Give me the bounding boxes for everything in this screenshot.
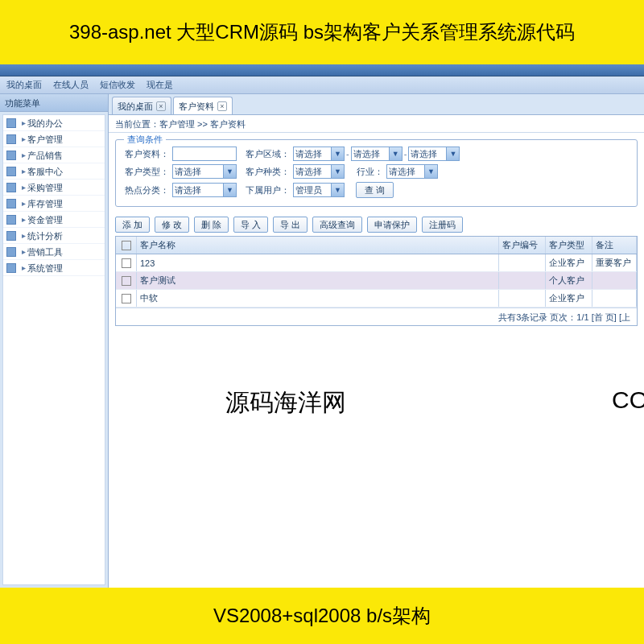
table-row[interactable]: 中软 企业客户 — [116, 290, 637, 308]
chevron-down-icon: ▼ — [389, 147, 402, 160]
chevron-right-icon: ▸ — [19, 115, 27, 131]
select-industry[interactable]: 请选择▼ — [386, 164, 438, 179]
row-checkbox[interactable] — [122, 294, 131, 303]
row-checkbox[interactable] — [122, 276, 131, 286]
input-customer-info[interactable] — [172, 147, 237, 161]
export-button[interactable]: 导 出 — [273, 217, 308, 233]
folder-icon — [6, 263, 16, 273]
select-kind[interactable]: 请选择▼ — [293, 164, 345, 179]
cell-name: 中软 — [137, 290, 499, 307]
label-industry: 行业： — [351, 166, 383, 178]
sidebar-item-purchase[interactable]: ▸采购管理 — [3, 180, 105, 196]
delete-button[interactable]: 删 除 — [194, 217, 229, 233]
chevron-down-icon: ▼ — [223, 184, 236, 196]
folder-icon — [6, 118, 16, 128]
toolbar-desktop[interactable]: 我的桌面 — [6, 79, 42, 91]
cell-remark — [592, 272, 637, 289]
col-name[interactable]: 客户名称 — [137, 237, 499, 254]
chevron-right-icon: ▸ — [19, 260, 27, 276]
cell-type: 企业客户 — [546, 254, 592, 271]
folder-icon — [6, 183, 16, 192]
select-sub[interactable]: 管理员▼ — [293, 183, 345, 197]
sidebar-item-stats[interactable]: ▸统计分析 — [3, 228, 105, 244]
chevron-right-icon: ▸ — [19, 228, 27, 244]
pager[interactable]: 共有3条记录 页次：1/1 [首 页] [上 — [116, 308, 637, 325]
sidebar-item-funds[interactable]: ▸资金管理 — [3, 212, 105, 228]
edit-button[interactable]: 修 改 — [155, 217, 189, 233]
query-button[interactable]: 查 询 — [356, 182, 394, 198]
cell-type: 个人客户 — [546, 272, 592, 289]
table-row[interactable]: 客户测试 个人客户 — [116, 272, 637, 290]
sidebar-item-sales[interactable]: ▸产品销售 — [3, 147, 105, 163]
cell-remark — [592, 290, 637, 307]
protect-button[interactable]: 申请保护 — [367, 217, 417, 233]
select-region-1[interactable]: 请选择▼ — [293, 147, 345, 161]
chevron-down-icon: ▼ — [424, 165, 437, 178]
close-icon[interactable]: × — [156, 101, 166, 111]
toolbar-online[interactable]: 在线人员 — [53, 79, 89, 91]
col-remark[interactable]: 备注 — [592, 237, 637, 254]
folder-icon — [6, 134, 16, 144]
cell-id — [499, 290, 546, 307]
toolbar-sms[interactable]: 短信收发 — [100, 79, 135, 91]
sidebar-item-label: 统计分析 — [27, 228, 63, 244]
folder-icon — [6, 247, 16, 257]
label-region: 客户区域： — [243, 148, 290, 160]
sidebar-item-label: 产品销售 — [27, 147, 63, 163]
app-frame: 我的桌面 在线人员 短信收发 现在是 功能菜单 ▸我的办公 ▸客户管理 ▸产品销… — [0, 64, 644, 588]
advanced-query-button[interactable]: 高级查询 — [312, 217, 362, 233]
select-type[interactable]: 请选择▼ — [172, 164, 237, 179]
tab-label: 我的桌面 — [118, 97, 153, 115]
select-region-3[interactable]: 请选择▼ — [408, 147, 460, 161]
sidebar-item-label: 我的办公 — [27, 115, 63, 131]
label-kind: 客户种类： — [243, 166, 290, 178]
chevron-right-icon: ▸ — [19, 131, 27, 147]
close-icon[interactable]: × — [217, 101, 227, 111]
sidebar-item-system[interactable]: ▸系统管理 — [3, 260, 105, 276]
sidebar-item-label: 客户管理 — [27, 131, 63, 147]
sidebar-item-marketing[interactable]: ▸营销工具 — [3, 244, 105, 260]
table-row[interactable]: 123 企业客户 重要客户 — [116, 254, 637, 272]
bottom-banner: VS2008+sql2008 b/s架构 — [0, 588, 644, 644]
folder-icon — [6, 199, 16, 208]
select-region-2[interactable]: 请选择▼ — [351, 147, 402, 161]
label-customer-info: 客户资料： — [122, 148, 169, 160]
sidebar-item-label: 采购管理 — [27, 180, 63, 196]
tab-desktop[interactable]: 我的桌面× — [112, 97, 171, 114]
label-sub: 下属用户： — [243, 184, 290, 196]
chevron-down-icon: ▼ — [331, 165, 344, 178]
add-button[interactable]: 添 加 — [115, 217, 150, 233]
sidebar-item-stock[interactable]: ▸库存管理 — [3, 196, 105, 212]
select-hot[interactable]: 请选择▼ — [172, 183, 237, 197]
label-hot: 热点分类： — [122, 184, 169, 196]
chevron-right-icon: ▸ — [19, 180, 27, 196]
action-toolbar: 添 加 修 改 删 除 导 入 导 出 高级查询 申请保护 注册码 — [115, 217, 638, 233]
app-toolbar: 我的桌面 在线人员 短信收发 现在是 — [0, 76, 644, 94]
sidebar-item-customer[interactable]: ▸客户管理 — [3, 131, 105, 147]
row-checkbox[interactable] — [122, 258, 131, 268]
cell-remark: 重要客户 — [592, 254, 637, 271]
tab-customer[interactable]: 客户资料× — [173, 97, 233, 114]
sidebar-title: 功能菜单 — [0, 94, 108, 112]
checkbox-all[interactable] — [122, 241, 131, 250]
sidebar-item-service[interactable]: ▸客服中心 — [3, 163, 105, 180]
chevron-right-icon: ▸ — [19, 163, 27, 180]
col-id[interactable]: 客户编号 — [499, 237, 546, 254]
sidebar-item-label: 库存管理 — [27, 196, 63, 212]
window-title-bar — [0, 64, 644, 76]
top-banner: 398-asp.net 大型CRM源码 bs架构客户关系管理系统源代码 — [0, 0, 644, 64]
import-button[interactable]: 导 入 — [233, 217, 268, 233]
label-type: 客户类型： — [122, 166, 169, 178]
query-section: 查询条件 客户资料： 客户区域： 请选择▼ - 请选择▼ - 请选择▼ 客户类型… — [115, 139, 638, 207]
chevron-down-icon: ▼ — [331, 147, 344, 160]
data-grid: 客户名称 客户编号 客户类型 备注 123 企业客户 重要客户 客户测试 个人客 — [115, 236, 638, 326]
sidebar-item-office[interactable]: ▸我的办公 — [3, 115, 105, 131]
chevron-down-icon: ▼ — [331, 184, 344, 196]
toolbar-now: 现在是 — [147, 79, 173, 91]
cell-name: 123 — [137, 254, 499, 271]
register-button[interactable]: 注册码 — [422, 217, 463, 233]
main-content: 我的桌面× 客户资料× 当前位置：客户管理 >> 客户资料 查询条件 客户资料：… — [109, 94, 644, 588]
sidebar-item-label: 客服中心 — [27, 163, 63, 180]
col-type[interactable]: 客户类型 — [546, 237, 592, 254]
query-legend: 查询条件 — [124, 134, 166, 146]
